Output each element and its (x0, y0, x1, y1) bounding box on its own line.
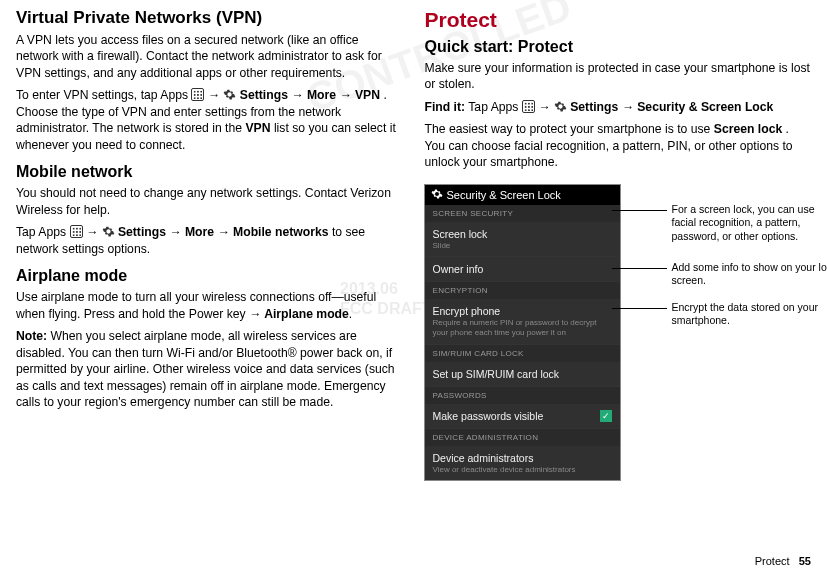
section-sim: SIM/RUIM CARD LOCK (425, 345, 620, 362)
annotation-screen-lock: For a screen lock, you can use facial re… (672, 203, 828, 244)
annotation-text: Encrypt the data stored on your smartpho… (672, 301, 819, 327)
txt-more: More (185, 225, 214, 239)
heading-mobile-network: Mobile network (16, 163, 403, 181)
txt-security-screenlock: Security & Screen Lock (637, 100, 773, 114)
checkbox-icon[interactable]: ✓ (600, 410, 612, 422)
para-findit: Find it: Tap Apps → Settings → Security … (425, 99, 812, 115)
section-encryption: ENCRYPTION (425, 282, 620, 299)
txt-more: More (307, 88, 336, 102)
row-title: Set up SIM/RUIM card lock (433, 368, 612, 380)
heading-vpn: Virtual Private Networks (VPN) (16, 8, 403, 28)
arrow-icon: → (169, 225, 185, 239)
annotation-text: For a screen lock, you can use facial re… (672, 203, 815, 242)
txt-settings: Settings (240, 88, 288, 102)
para-air-note: Note: When you select airplane mode, all… (16, 328, 403, 410)
txt-airplane-mode: Airplane mode (264, 307, 349, 321)
row-device-admins[interactable]: Device administrators View or deactivate… (425, 446, 620, 481)
arrow-icon: → (538, 100, 554, 114)
note-label: Note: (16, 329, 47, 343)
para-easiest: The easiest way to protect your smartpho… (425, 121, 812, 170)
txt-vpn: VPN (355, 88, 380, 102)
txt: To enter VPN settings, tap Apps (16, 88, 191, 102)
row-owner-info[interactable]: Owner info (425, 257, 620, 282)
right-column: Protect Quick start: Protect Make sure y… (425, 8, 812, 480)
arrow-icon: → (339, 88, 355, 102)
txt-screenlock: Screen lock (714, 122, 782, 136)
row-setup-sim-lock[interactable]: Set up SIM/RUIM card lock (425, 362, 620, 387)
row-title: Make passwords visible (433, 410, 544, 422)
phone-screenshot: Security & Screen Lock SCREEN SECURITY S… (425, 185, 620, 480)
callout-line (612, 210, 667, 211)
row-title: Encrypt phone (433, 305, 612, 317)
annotation-encrypt: Encrypt the data stored on your smartpho… (672, 301, 828, 328)
gear-icon (102, 225, 115, 238)
callout-line (612, 268, 667, 269)
row-title: Owner info (433, 263, 612, 275)
row-sub: View or deactivate device administrators (433, 465, 612, 475)
arrow-icon: → (622, 100, 638, 114)
gear-icon (431, 188, 443, 202)
row-sub: Slide (433, 241, 612, 251)
page-number: 55 (799, 555, 811, 567)
row-title: Screen lock (433, 228, 612, 240)
row-make-pw-visible[interactable]: Make passwords visible ✓ (425, 404, 620, 429)
phone-title: Security & Screen Lock (447, 189, 561, 201)
row-screen-lock[interactable]: Screen lock Slide (425, 222, 620, 258)
txt: Tap Apps (16, 225, 70, 239)
txt: Tap Apps (468, 100, 522, 114)
left-column: Virtual Private Networks (VPN) A VPN let… (16, 8, 403, 480)
findit-label: Find it: (425, 100, 466, 114)
arrow-icon: → (208, 88, 224, 102)
para-mobile2: Tap Apps → Settings → More → Mobile netw… (16, 224, 403, 257)
page-footer: Protect 55 (755, 555, 811, 567)
section-passwords: PASSWORDS (425, 387, 620, 404)
annotation-text: Add some info to show on your lock scree… (672, 261, 828, 287)
arrow-icon: → (217, 225, 233, 239)
callout-line (612, 308, 667, 309)
txt-vpn2: VPN (245, 121, 270, 135)
section-device-admin: DEVICE ADMINISTRATION (425, 429, 620, 446)
row-encrypt-phone[interactable]: Encrypt phone Require a numeric PIN or p… (425, 299, 620, 344)
txt-settings: Settings (570, 100, 618, 114)
para-vpn-intro: A VPN lets you access files on a secured… (16, 32, 403, 81)
txt-settings: Settings (118, 225, 166, 239)
heading-airplane: Airplane mode (16, 267, 403, 285)
gear-icon (223, 88, 236, 101)
phone-titlebar: Security & Screen Lock (425, 185, 620, 205)
para-mobile1: You should not need to change any networ… (16, 185, 403, 218)
txt: The easiest way to protect your smartpho… (425, 122, 714, 136)
apps-icon (191, 88, 204, 101)
footer-label: Protect (755, 555, 790, 567)
para-vpn-steps: To enter VPN settings, tap Apps → Settin… (16, 87, 403, 153)
apps-icon (522, 100, 535, 113)
heading-protect: Protect (425, 8, 812, 32)
gear-icon (554, 100, 567, 113)
apps-icon (70, 225, 83, 238)
para-quick1: Make sure your information is protected … (425, 60, 812, 93)
heading-quickstart: Quick start: Protect (425, 38, 812, 56)
row-title: Device administrators (433, 452, 612, 464)
arrow-icon: → (86, 225, 102, 239)
para-air1: Use airplane mode to turn all your wirel… (16, 289, 403, 322)
annotation-owner-info: Add some info to show on your lock scree… (672, 261, 828, 288)
arrow-icon: → (291, 88, 307, 102)
arrow-icon: → (249, 307, 264, 321)
txt: When you select airplane mode, all wirel… (16, 329, 395, 409)
section-screen-security: SCREEN SECURITY (425, 205, 620, 222)
annotations: For a screen lock, you can use facial re… (632, 185, 812, 480)
row-sub: Require a numeric PIN or password to dec… (433, 318, 612, 337)
txt-mobile-networks: Mobile networks (233, 225, 328, 239)
